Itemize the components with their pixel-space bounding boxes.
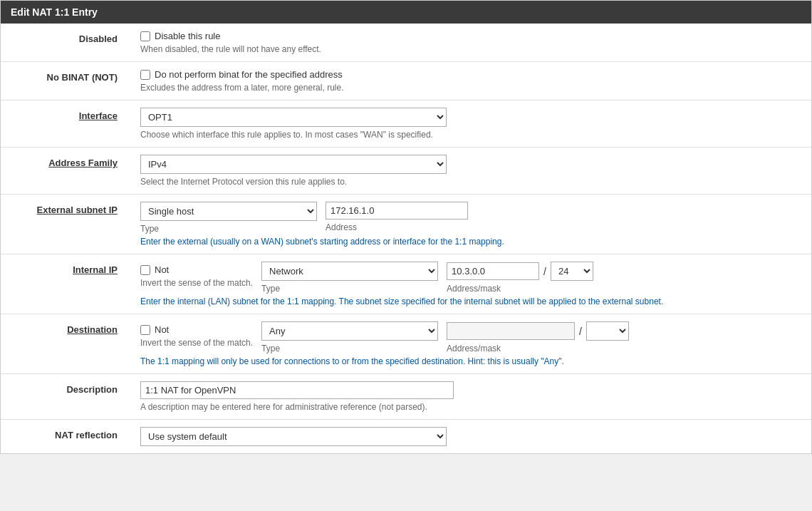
nat-reflection-select[interactable]: Use system default Enable Disable [140, 427, 447, 446]
description-label: Description [1, 374, 129, 420]
internal-type-select[interactable]: Network Single host Any [261, 262, 438, 281]
internal-type-label: Type [261, 284, 438, 294]
external-subnet-content: Single host Network Any Interface addres… [129, 195, 811, 254]
external-subnet-inputs: Single host Network Any Interface addres… [140, 202, 800, 234]
internal-mask-group: / 8 16 24 32 [447, 262, 593, 281]
internal-ip-label: Internal IP [1, 254, 129, 314]
description-content: A description may be entered here for ad… [129, 374, 811, 420]
no-binat-checkbox-label: Do not perform binat for the specified a… [155, 69, 343, 80]
internal-ip-row: Internal IP Not Invert the sense of the … [1, 254, 811, 314]
destination-help: The 1:1 mapping will only be used for co… [140, 356, 800, 366]
external-type-select[interactable]: Single host Network Any Interface addres… [140, 202, 317, 221]
external-type-group: Single host Network Any Interface addres… [140, 202, 317, 234]
destination-label: Destination [1, 314, 129, 374]
external-address-label: Address [326, 222, 468, 232]
external-subnet-help: Enter the external (usually on a WAN) su… [140, 237, 800, 247]
internal-address-input[interactable] [447, 262, 539, 280]
internal-ip-inputs: Not Invert the sense of the match. Netwo… [140, 262, 800, 294]
destination-type-select[interactable]: Any Single host Network [261, 321, 438, 341]
disabled-checkbox-row: Disable this rule [140, 31, 800, 41]
address-family-help: Select the Internet Protocol version thi… [140, 177, 800, 187]
destination-address-input[interactable] [447, 322, 575, 340]
destination-not-group: Not Invert the sense of the match. [140, 321, 253, 348]
internal-not-group: Not Invert the sense of the match. [140, 262, 253, 288]
internal-address-label: Address/mask [447, 284, 593, 294]
destination-type-label: Type [261, 344, 438, 353]
destination-row: Destination Not Invert the sense of the … [1, 314, 811, 374]
interface-help: Choose which interface this rule applies… [140, 130, 800, 140]
external-type-label: Type [140, 224, 317, 234]
destination-not-checkbox-row: Not [140, 324, 253, 335]
description-help: A description may be entered here for ad… [140, 402, 800, 412]
nat-reflection-row: NAT reflection Use system default Enable… [1, 420, 811, 454]
external-subnet-row: External subnet IP Single host Network A… [1, 195, 811, 254]
form-table: Disabled Disable this rule When disabled… [1, 24, 811, 453]
external-subnet-label: External subnet IP [1, 195, 129, 254]
address-family-label: Address Family [1, 148, 129, 195]
no-binat-checkbox-row: Do not perform binat for the specified a… [140, 69, 800, 80]
destination-content: Not Invert the sense of the match. Any S… [129, 314, 811, 374]
interface-label: Interface [1, 100, 129, 148]
nat-reflection-content: Use system default Enable Disable [129, 420, 811, 454]
internal-ip-content: Not Invert the sense of the match. Netwo… [129, 254, 811, 314]
internal-mask-select[interactable]: 8 16 24 32 [551, 262, 593, 281]
destination-type-group: Any Single host Network Type [261, 321, 438, 353]
destination-not-checkbox[interactable] [140, 325, 150, 335]
interface-row: Interface OPT1 WAN LAN Choose which inte… [1, 100, 811, 148]
nat-reflection-label: NAT reflection [1, 420, 129, 454]
destination-mask-group: / 8 16 24 32 [447, 321, 629, 341]
no-binat-help: Excludes the address from a later, more … [140, 83, 800, 93]
edit-nat-panel: Edit NAT 1:1 Entry Disabled Disable this… [0, 0, 812, 454]
interface-content: OPT1 WAN LAN Choose which interface this… [129, 100, 811, 148]
no-binat-label: No BINAT (NOT) [1, 62, 129, 100]
disabled-checkbox-label: Disable this rule [155, 31, 221, 41]
destination-mask-select[interactable]: 8 16 24 32 [586, 321, 629, 341]
panel-header: Edit NAT 1:1 Entry [1, 1, 811, 24]
internal-not-checkbox[interactable] [140, 265, 150, 275]
address-family-content: IPv4 IPv6 IPv4+IPv6 Select the Internet … [129, 148, 811, 195]
internal-slash: / [541, 266, 549, 277]
internal-not-label: Not [155, 264, 169, 275]
destination-inputs: Not Invert the sense of the match. Any S… [140, 321, 800, 353]
disabled-content: Disable this rule When disabled, the rul… [129, 24, 811, 62]
disabled-help: When disabled, the rule will not have an… [140, 44, 800, 54]
destination-not-label: Not [155, 324, 169, 335]
address-family-select[interactable]: IPv4 IPv6 IPv4+IPv6 [140, 155, 447, 174]
destination-address-group: / 8 16 24 32 Address/mask [447, 321, 629, 353]
panel-title: Edit NAT 1:1 Entry [11, 6, 98, 18]
no-binat-checkbox[interactable] [140, 70, 150, 80]
internal-ip-help: Enter the internal (LAN) subnet for the … [140, 296, 800, 306]
destination-address-label: Address/mask [447, 344, 629, 353]
external-address-input[interactable] [326, 202, 468, 220]
interface-select[interactable]: OPT1 WAN LAN [140, 108, 447, 127]
no-binat-content: Do not perform binat for the specified a… [129, 62, 811, 100]
external-address-group: Address [326, 202, 468, 232]
disabled-label: Disabled [1, 24, 129, 62]
address-family-row: Address Family IPv4 IPv6 IPv4+IPv6 Selec… [1, 148, 811, 195]
internal-not-help: Invert the sense of the match. [140, 278, 253, 288]
internal-type-group: Network Single host Any Type [261, 262, 438, 294]
disabled-checkbox[interactable] [140, 31, 150, 41]
description-row: Description A description may be entered… [1, 374, 811, 420]
destination-not-help: Invert the sense of the match. [140, 338, 253, 348]
description-input[interactable] [140, 381, 454, 399]
internal-not-checkbox-row: Not [140, 264, 253, 275]
destination-slash: / [576, 326, 585, 337]
internal-address-group: / 8 16 24 32 Address/mask [447, 262, 593, 294]
no-binat-row: No BINAT (NOT) Do not perform binat for … [1, 62, 811, 100]
disabled-row: Disabled Disable this rule When disabled… [1, 24, 811, 62]
